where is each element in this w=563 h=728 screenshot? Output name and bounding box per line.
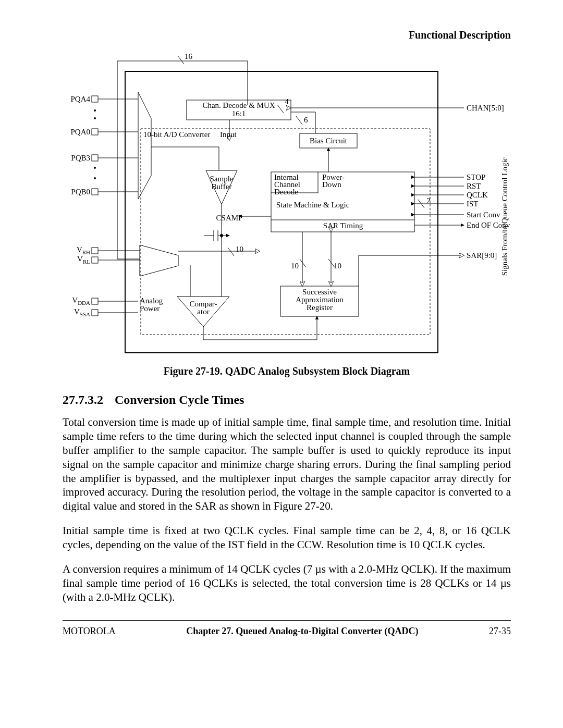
block-mux-l2: 16:1 [232, 109, 246, 118]
bus-width-dac: 10 [236, 245, 243, 254]
svg-point-7 [94, 167, 96, 169]
sig-stop: STOP [467, 173, 485, 182]
paragraph-1: Total conversion time is made up of init… [63, 415, 511, 513]
pin-vdda: VDDA [72, 296, 90, 306]
svg-rect-4 [92, 189, 98, 195]
block-comp2: ator [197, 307, 209, 316]
bus-width-sar-a: 10 [291, 262, 299, 270]
sig-chan: CHAN[5:0] [467, 104, 504, 113]
svg-rect-13 [92, 248, 98, 254]
figure-caption: Figure 27-19. QADC Analog Subsystem Bloc… [63, 365, 511, 377]
pin-vssa: VSSA [74, 307, 90, 317]
pin-pqa0: PQA0 [70, 128, 90, 137]
svg-point-8 [94, 177, 96, 179]
pin-pqb0: PQB0 [71, 188, 90, 196]
sig-qclk: QCLK [467, 191, 488, 200]
sig-group: Signals From/to Queue Control Logic [500, 157, 509, 276]
figure-block-diagram: 16 4 6 2 10 10 10 PQA4 PQA0 PQB3 PQB0 VR… [73, 51, 500, 358]
bus-width-6: 6 [304, 116, 308, 125]
page-footer: MOTOROLA Chapter 27. Queued Analog-to-Di… [63, 626, 511, 637]
sig-start: Start Conv [467, 211, 500, 219]
block-input: Input [220, 130, 237, 139]
svg-rect-3 [92, 155, 98, 161]
footer-rule [63, 620, 511, 621]
pin-vrh: VRH [77, 245, 90, 255]
block-sm: State Machine & Logic [276, 201, 349, 209]
block-mux-l1: Chan. Decode & MUX [202, 101, 275, 110]
svg-rect-1 [92, 96, 98, 102]
footer-right: 27-35 [489, 626, 511, 637]
bus-width-4: 4 [285, 97, 289, 106]
pin-pqa4: PQA4 [70, 95, 90, 104]
paragraph-3: A conversion requires a minimum of 14 QC… [63, 562, 511, 604]
block-pd2: Down [322, 180, 341, 189]
block-sar3: Register [307, 303, 333, 312]
running-head: Functional Description [63, 29, 511, 41]
block-analog2: Power [140, 304, 160, 313]
svg-rect-2 [92, 129, 98, 135]
svg-rect-17 [92, 298, 98, 304]
pin-pqb3: PQB3 [71, 154, 90, 163]
block-intch3: Decode [274, 188, 298, 196]
svg-point-6 [94, 117, 96, 119]
sig-sar: SAR[9:0] [467, 251, 497, 260]
bus-width-sar-b: 10 [334, 262, 341, 270]
svg-point-5 [94, 109, 96, 112]
block-sartiming: SAR Timing [323, 221, 363, 230]
bus-width-2: 2 [426, 196, 431, 205]
pin-vrl: VRL [77, 255, 90, 265]
sig-rst: RST [467, 182, 481, 191]
footer-mid: Chapter 27. Queued Analog-to-Digital Con… [186, 626, 418, 637]
footer-left: MOTOROLA [63, 626, 116, 637]
section-number: 27.7.3.2 [63, 393, 103, 406]
svg-rect-0 [125, 71, 438, 353]
section-title: Conversion Cycle Times [115, 393, 244, 406]
paragraph-2: Initial sample time is fixed at two QCLK… [63, 524, 511, 552]
svg-rect-14 [92, 257, 98, 263]
block-adc: 10-bit A/D Converter [143, 130, 210, 139]
bus-width-16: 16 [185, 52, 192, 61]
section-heading: 27.7.3.2Conversion Cycle Times [63, 393, 511, 407]
block-csamp: CSAMP [216, 214, 243, 223]
block-bias: Bias Circuit [310, 137, 347, 145]
block-sample-l2: Buffer [212, 182, 232, 191]
svg-rect-18 [92, 310, 98, 316]
sig-ist: IST [467, 200, 479, 208]
